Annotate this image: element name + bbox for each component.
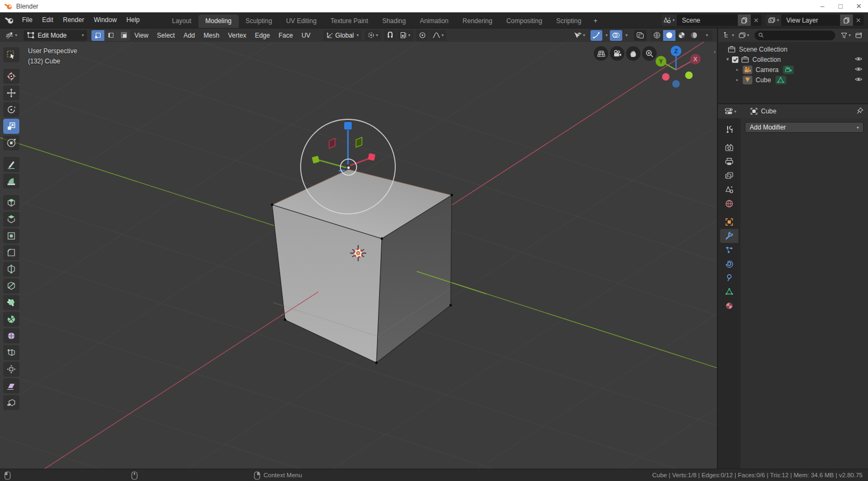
tab-uv-editing[interactable]: UV Editing [279, 15, 324, 28]
outliner-row-camera[interactable]: ▸ Camera [718, 64, 868, 75]
object-type-visibility-dropdown[interactable]: ▾ [571, 30, 587, 41]
shading-rendered-button[interactable] [688, 30, 700, 41]
scene-name[interactable]: Scene [678, 17, 738, 24]
xray-toggle[interactable] [634, 30, 646, 41]
tool-extrude-region[interactable] [3, 212, 19, 227]
menu-edit[interactable]: Edit [37, 12, 58, 28]
properties-editor-type-button[interactable]: ▾ [722, 106, 738, 117]
tool-inset-faces[interactable] [3, 228, 19, 243]
menu-edge[interactable]: Edge [251, 32, 274, 39]
tab-output[interactable] [720, 155, 738, 169]
transform-orientation-dropdown[interactable]: Global ▾ [323, 30, 361, 41]
tab-sculpting[interactable]: Sculpting [239, 15, 279, 28]
tab-tool[interactable] [720, 123, 738, 137]
view-layer-new-button[interactable] [840, 15, 853, 26]
shading-settings-dropdown[interactable]: ▾ [700, 30, 713, 41]
outliner-filter-dropdown[interactable]: ▾ [838, 30, 853, 41]
shading-wireframe-button[interactable] [651, 30, 663, 41]
tab-constraints[interactable] [720, 271, 738, 285]
tool-add-cube[interactable] [3, 195, 19, 210]
tab-scene[interactable] [720, 183, 738, 197]
tool-smooth[interactable] [3, 328, 19, 343]
gizmo-z-handle[interactable] [344, 122, 352, 130]
tool-measure[interactable] [3, 174, 19, 189]
snap-settings-dropdown[interactable]: ▾ [397, 30, 413, 41]
axis-neg-x-ball[interactable] [662, 73, 670, 81]
face-select-button[interactable] [117, 30, 130, 41]
tool-move[interactable] [3, 85, 19, 100]
tool-edge-slide[interactable] [3, 345, 19, 360]
tab-layout[interactable]: Layout [165, 15, 198, 28]
tab-modifiers[interactable] [720, 229, 738, 243]
scene-unlink-button[interactable]: ✕ [751, 15, 762, 26]
pan-view-button[interactable] [626, 46, 641, 61]
menu-mesh[interactable]: Mesh [200, 32, 224, 39]
tool-rotate[interactable] [3, 102, 19, 117]
tool-loop-cut[interactable] [3, 262, 19, 277]
proportional-falloff-dropdown[interactable]: ▾ [430, 30, 446, 41]
mode-dropdown[interactable]: Edit Mode ▾ [24, 30, 87, 41]
tool-transform[interactable] [3, 135, 19, 150]
add-workspace-button[interactable]: + [588, 15, 603, 28]
tab-physics[interactable] [720, 257, 738, 271]
scene-browse-button[interactable]: ▾ [661, 15, 678, 26]
tab-shading[interactable]: Shading [375, 15, 413, 28]
outliner-row-cube[interactable]: ▸ Cube [718, 75, 868, 85]
outliner-search[interactable] [755, 31, 835, 40]
gizmo-yz-plane-handle[interactable] [329, 139, 335, 149]
menu-uv[interactable]: UV [297, 32, 315, 39]
new-collection-button[interactable] [853, 30, 865, 41]
menu-view[interactable]: View [130, 32, 153, 39]
gizmo-y-handle[interactable] [312, 156, 320, 164]
tab-world[interactable] [720, 197, 738, 211]
camera-view-button[interactable] [610, 46, 624, 61]
vertex-select-button[interactable] [91, 30, 104, 41]
pivot-point-dropdown[interactable]: ▾ [365, 30, 381, 41]
close-button[interactable]: ✕ [850, 0, 868, 12]
tool-poly-build[interactable] [3, 295, 19, 310]
tool-cursor[interactable] [3, 69, 19, 84]
axis-neg-y-ball[interactable] [685, 71, 693, 79]
tab-object[interactable] [720, 215, 738, 229]
hide-eye-icon[interactable] [855, 66, 863, 74]
tab-texture-paint[interactable]: Texture Paint [324, 15, 375, 28]
tab-animation[interactable]: Animation [413, 15, 456, 28]
scene-canvas[interactable] [0, 42, 718, 469]
view-layer-remove-button[interactable]: ✕ [853, 15, 864, 26]
camera-data-icon[interactable] [783, 66, 794, 74]
gizmo-settings-dropdown[interactable]: ▾ [602, 30, 610, 41]
outliner-row-scene-collection[interactable]: Scene Collection [718, 44, 868, 54]
tab-rendering[interactable]: Rendering [456, 15, 499, 28]
menu-render[interactable]: Render [58, 12, 89, 28]
gizmo-xz-plane-handle[interactable] [356, 138, 362, 148]
menu-vertex[interactable]: Vertex [224, 32, 251, 39]
tab-object-data[interactable] [720, 285, 738, 299]
overlays-settings-dropdown[interactable]: ▾ [622, 30, 630, 41]
tool-scale[interactable] [3, 119, 19, 134]
tool-spin[interactable] [3, 312, 19, 327]
view-layer-browse-button[interactable]: ▾ [766, 15, 782, 26]
mesh-data-icon[interactable] [775, 76, 786, 84]
minimize-button[interactable]: – [813, 0, 831, 12]
tool-shear[interactable] [3, 378, 19, 393]
axis-gizmo[interactable]: Z Y X [650, 43, 702, 95]
tab-material[interactable] [720, 299, 738, 313]
shading-material-button[interactable] [675, 30, 688, 41]
menu-help[interactable]: Help [122, 12, 145, 28]
cube-object[interactable] [271, 169, 487, 364]
axis-neg-z-ball[interactable] [672, 80, 680, 88]
tool-bevel[interactable] [3, 245, 19, 260]
tool-shrink-fatten[interactable] [3, 362, 19, 377]
menu-file[interactable]: File [17, 12, 37, 28]
scene-new-copy-button[interactable] [738, 15, 751, 26]
tab-render[interactable] [720, 141, 738, 155]
hide-eye-icon[interactable] [855, 76, 863, 84]
tool-knife[interactable] [3, 278, 19, 293]
blender-menu-logo-icon[interactable] [4, 16, 15, 25]
tool-select-box[interactable] [3, 47, 19, 62]
outliner-row-collection[interactable]: ▼ Collection [718, 54, 868, 64]
show-overlays-toggle[interactable] [610, 30, 622, 41]
menu-face[interactable]: Face [274, 32, 297, 39]
hide-eye-icon[interactable] [855, 56, 863, 63]
view-layer-name[interactable]: View Layer [782, 17, 840, 24]
